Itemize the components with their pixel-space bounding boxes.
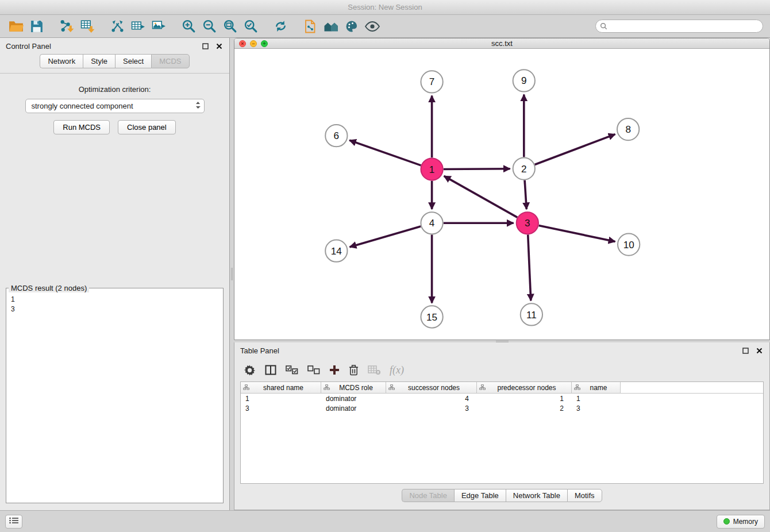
tab-node-table[interactable]: Node Table	[402, 489, 454, 502]
table-cell: 3	[241, 404, 321, 413]
task-history-button[interactable]	[5, 515, 22, 529]
style-paint-icon[interactable]	[342, 17, 361, 36]
table-tabs: Node TableEdge TableNetwork TableMotifs	[234, 489, 769, 502]
node-10[interactable]: 10	[618, 234, 640, 256]
delete-table-icon[interactable]	[368, 365, 380, 375]
node-4[interactable]: 4	[421, 212, 442, 234]
zoom-fit-icon[interactable]	[221, 17, 239, 36]
right-column: × − + scc.txt 7968124314101511 Table Pan…	[234, 38, 770, 510]
table-cell: dominator	[321, 395, 386, 403]
edge-1-2[interactable]	[444, 169, 510, 169]
home-icon[interactable]	[322, 17, 340, 36]
export-image-icon[interactable]	[149, 17, 168, 36]
column-header-label: predecessor nodes	[486, 384, 571, 392]
deselect-all-icon[interactable]	[307, 365, 320, 375]
tab-select[interactable]: Select	[115, 54, 151, 68]
network-graph[interactable]: 7968124314101511	[234, 49, 769, 340]
tab-motifs[interactable]: Motifs	[567, 489, 602, 502]
first-neighbors-icon[interactable]	[301, 17, 319, 36]
column-header-name[interactable]: name	[572, 382, 621, 393]
function-builder-icon[interactable]: f(x)	[390, 364, 404, 376]
maximize-window-icon[interactable]: +	[261, 40, 268, 47]
edge-3-1[interactable]	[444, 176, 518, 218]
import-network-icon[interactable]	[57, 17, 76, 36]
network-canvas[interactable]: 7968124314101511	[234, 49, 769, 340]
optimization-dropdown[interactable]: strongly connected component	[25, 99, 205, 113]
node-label: 4	[429, 218, 435, 229]
node-9[interactable]: 9	[513, 70, 535, 91]
memory-button[interactable]: Memory	[717, 515, 765, 529]
column-header-shared-name[interactable]: shared name	[241, 382, 321, 393]
close-table-panel-icon[interactable]	[754, 346, 764, 355]
save-session-icon[interactable]	[28, 17, 46, 36]
column-group-icon	[324, 384, 330, 392]
mcds-result-title: MCDS result (2 nodes)	[9, 284, 89, 292]
import-table-icon[interactable]	[78, 17, 97, 36]
refresh-layout-icon[interactable]	[271, 17, 290, 36]
table-cell: 4	[386, 395, 477, 403]
mcds-result-text[interactable]: 1 3	[6, 292, 223, 503]
new-network-icon[interactable]	[108, 17, 126, 36]
column-header-mcds-role[interactable]: MCDS role	[321, 382, 386, 393]
edge-4-14[interactable]	[350, 226, 421, 247]
column-header-successor-nodes[interactable]: successor nodes	[386, 382, 477, 393]
delete-column-icon[interactable]	[349, 364, 359, 376]
tab-mcds[interactable]: MCDS	[151, 54, 189, 68]
edge-3-10[interactable]	[539, 226, 615, 242]
window-titlebar[interactable]: Session: New Session	[0, 0, 770, 15]
node-label: 11	[526, 310, 537, 321]
node-3[interactable]: 3	[517, 212, 538, 234]
node-1[interactable]: 1	[421, 159, 442, 180]
toolbar-group	[271, 17, 290, 36]
tab-network[interactable]: Network	[40, 54, 83, 68]
edge-3-11[interactable]	[528, 235, 531, 301]
column-layout-icon[interactable]	[265, 364, 276, 376]
zoom-in-icon[interactable]	[179, 17, 198, 36]
table-row[interactable]: 3dominator323	[241, 403, 763, 413]
settings-gear-icon[interactable]	[244, 364, 256, 376]
table-cell: 1	[477, 395, 572, 403]
float-table-panel-icon[interactable]	[741, 346, 750, 355]
zoom-selected-icon[interactable]	[241, 17, 260, 36]
node-6[interactable]: 6	[325, 125, 347, 147]
open-file-icon[interactable]	[7, 17, 25, 36]
close-panel-button[interactable]: Close panel	[118, 120, 176, 134]
minimize-window-icon[interactable]: −	[250, 40, 257, 47]
node-11[interactable]: 11	[521, 304, 542, 326]
edge-2-3[interactable]	[525, 180, 526, 209]
column-header-predecessor-nodes[interactable]: predecessor nodes	[477, 382, 572, 393]
vertical-splitter[interactable]	[230, 38, 234, 510]
network-window-titlebar[interactable]: × − + scc.txt	[234, 38, 769, 49]
tab-style[interactable]: Style	[83, 54, 115, 68]
tab-edge-table[interactable]: Edge Table	[454, 489, 506, 502]
select-all-icon[interactable]	[286, 365, 298, 375]
edge-1-6[interactable]	[349, 140, 421, 165]
node-15[interactable]: 15	[421, 306, 442, 328]
new-table-icon[interactable]	[129, 17, 147, 36]
list-icon	[9, 517, 18, 526]
tab-network-table[interactable]: Network Table	[506, 489, 567, 502]
node-2[interactable]: 2	[513, 158, 535, 180]
close-panel-icon[interactable]	[214, 41, 224, 51]
control-panel-title: Control Panel	[6, 42, 51, 51]
node-7[interactable]: 7	[421, 71, 442, 92]
toolbar-group	[108, 17, 168, 36]
run-mcds-button[interactable]: Run MCDS	[53, 120, 110, 134]
table-header-row: shared nameMCDS rolesuccessor nodesprede…	[241, 382, 763, 394]
node-label: 9	[521, 76, 527, 87]
network-window: × − + scc.txt 7968124314101511	[234, 38, 770, 340]
node-label: 14	[331, 246, 342, 257]
table-cell: 3	[572, 404, 621, 413]
float-panel-icon[interactable]	[201, 41, 210, 51]
show-hide-icon[interactable]	[363, 17, 382, 36]
node-8[interactable]: 8	[617, 118, 639, 140]
zoom-out-icon[interactable]	[200, 17, 218, 36]
table-row[interactable]: 1dominator411	[241, 394, 763, 403]
node-14[interactable]: 14	[325, 240, 347, 262]
edge-2-8[interactable]	[535, 134, 615, 165]
search-icon	[600, 22, 607, 32]
search-input[interactable]	[595, 20, 763, 33]
add-column-icon[interactable]	[329, 365, 340, 375]
close-window-icon[interactable]: ×	[239, 40, 246, 47]
application-window: Session: New Session Control Panel Netwo…	[0, 0, 770, 532]
